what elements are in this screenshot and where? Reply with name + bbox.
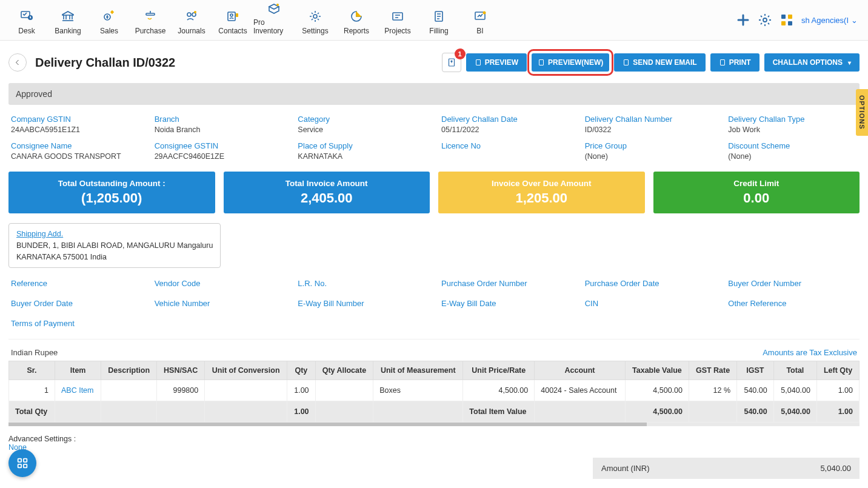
total-value: 5,040.00 xyxy=(820,464,851,473)
detail-value: (None) xyxy=(728,152,857,161)
company-selector[interactable]: sh Agencies(I ⌄ xyxy=(801,16,856,25)
back-button[interactable] xyxy=(8,53,27,72)
nav-label: Purchase xyxy=(135,27,166,35)
svg-rect-27 xyxy=(24,459,27,463)
nav-desk[interactable]: Desk xyxy=(6,5,47,35)
nav-items: Desk Banking Sales Purchase Journals Con… xyxy=(6,5,501,35)
company-label: sh Agencies(I xyxy=(801,16,849,25)
nav-journals[interactable]: Journals xyxy=(171,5,212,35)
svg-rect-23 xyxy=(539,60,543,65)
table-cell xyxy=(101,401,157,423)
table-cell xyxy=(55,401,101,423)
summary-label: Total Outstanding Amount : xyxy=(13,179,210,188)
action-buttons: 1 PREVIEW PREVIEW(NEW) SEND NEW EMAIL PR… xyxy=(442,53,860,72)
svg-rect-25 xyxy=(720,60,724,65)
meta-label: CIN xyxy=(585,299,714,308)
detail-cell: Price Group(None) xyxy=(585,141,714,161)
nav-label: Sales xyxy=(100,27,118,35)
detail-cell: Delivery Challan TypeJob Work xyxy=(728,115,857,134)
table-cell: Total Qty xyxy=(9,401,55,423)
settings-icon xyxy=(307,8,324,24)
column-header: Total xyxy=(773,361,816,380)
detail-label: Category xyxy=(298,115,427,124)
table-cell xyxy=(689,401,737,423)
nav-projects[interactable]: Projects xyxy=(377,5,418,35)
column-header: Left Qty xyxy=(817,361,860,380)
detail-grid: Company GSTIN24AABCA5951E1Z1BranchNoida … xyxy=(8,115,860,161)
detail-value: Service xyxy=(298,125,427,134)
column-header: Unit Price/Rate xyxy=(463,361,535,380)
column-header: Sr. xyxy=(9,361,55,380)
nav-label: Desk xyxy=(18,27,35,35)
table-header-row: Sr.ItemDescriptionHSN/SACUnit of Convers… xyxy=(9,361,860,380)
nav-sales[interactable]: Sales xyxy=(88,5,130,35)
detail-cell: Delivery Challan NumberID/0322 xyxy=(585,115,714,134)
nav-banking[interactable]: Banking xyxy=(47,5,88,35)
shipping-title: Shipping Add. xyxy=(16,229,213,240)
table-cell: 1 xyxy=(9,380,55,401)
apps-fab[interactable] xyxy=(8,449,36,477)
nav-bi[interactable]: BI xyxy=(459,5,501,35)
meta-label: E-Way Bill Number xyxy=(298,299,427,308)
nav-inventory[interactable]: Pro Inventory xyxy=(253,5,295,35)
table-cell: 5,040.00 xyxy=(773,380,816,401)
table-cell xyxy=(535,401,626,423)
meta-label: Buyer Order Number xyxy=(728,279,857,288)
detail-value[interactable]: CANARA GOODS TRANSPORT xyxy=(11,152,140,161)
nav-purchase[interactable]: Purchase xyxy=(130,5,171,35)
challan-options-button[interactable]: CHALLAN OPTIONS xyxy=(764,53,860,72)
detail-value: Noida Branch xyxy=(155,125,284,134)
preview-new-button[interactable]: PREVIEW(NEW) xyxy=(532,53,609,72)
shipping-line: KARNATAKA 575001 India xyxy=(16,252,213,263)
nav-label: BI xyxy=(476,27,483,35)
inventory-icon xyxy=(265,1,282,16)
table-cell[interactable]: ABC Item xyxy=(55,380,101,401)
svg-rect-9 xyxy=(236,13,238,17)
detail-value: 29AACFC9460E1ZE xyxy=(155,152,284,161)
add-icon[interactable] xyxy=(736,13,750,27)
advanced-settings: Advanced Settings : None xyxy=(8,435,860,452)
attachment-button[interactable]: 1 xyxy=(442,53,461,72)
options-side-tab[interactable]: OPTIONS xyxy=(856,89,868,136)
preview-button[interactable]: PREVIEW xyxy=(466,53,527,72)
table-cell: Total Item Value xyxy=(463,401,535,423)
svg-rect-3 xyxy=(146,13,155,15)
detail-label: Branch xyxy=(155,115,284,124)
nav-reports[interactable]: Reports xyxy=(336,5,377,35)
summary-value: (1,205.00) xyxy=(13,190,210,206)
table-cell: 5,040.00 xyxy=(773,401,816,423)
nav-filling[interactable]: Filling xyxy=(418,5,459,35)
apps-icon[interactable] xyxy=(780,13,794,27)
detail-value: ID/0322 xyxy=(585,125,714,134)
items-table: Sr.ItemDescriptionHSN/SACUnit of Convers… xyxy=(8,361,860,423)
send-email-button[interactable]: SEND NEW EMAIL xyxy=(614,53,705,72)
svg-point-16 xyxy=(763,18,767,22)
tax-mode-label: Amounts are Tax Exclusive xyxy=(763,348,857,357)
journals-icon xyxy=(183,8,200,24)
nav-label: Settings xyxy=(302,27,328,35)
svg-point-10 xyxy=(276,4,279,6)
column-header: Taxable Value xyxy=(625,361,689,380)
nav-settings[interactable]: Settings xyxy=(295,5,336,35)
main-content: OPTIONS Delivery Challan ID/0322 1 PREVI… xyxy=(0,41,868,488)
table-row: 1ABC Item9998001.00Boxes4,500.0040024 - … xyxy=(9,380,860,401)
print-button[interactable]: PRINT xyxy=(710,53,760,72)
purchase-icon xyxy=(142,8,159,24)
detail-label: Delivery Challan Type xyxy=(728,115,857,124)
svg-rect-24 xyxy=(624,60,629,65)
gear-icon[interactable] xyxy=(758,13,772,27)
document-icon xyxy=(538,59,545,66)
meta-label: Purchase Order Date xyxy=(585,279,714,288)
meta-label: L.R. No. xyxy=(298,279,427,288)
detail-label: Consignee GSTIN xyxy=(155,141,284,150)
table-cell: 540.00 xyxy=(737,401,774,423)
btn-label: PREVIEW(NEW) xyxy=(548,58,603,67)
top-nav: Desk Banking Sales Purchase Journals Con… xyxy=(0,0,868,41)
title-row: Delivery Challan ID/0322 1 PREVIEW PREVI… xyxy=(8,53,860,72)
currency-row: Indian Rupee Amounts are Tax Exclusive xyxy=(8,348,860,357)
horizontal-scrollbar[interactable] xyxy=(8,423,860,426)
bank-icon xyxy=(59,8,76,24)
nav-contacts[interactable]: Contacts xyxy=(212,5,253,35)
summary-value: 0.00 xyxy=(658,190,855,206)
currency-label: Indian Rupee xyxy=(11,348,58,357)
